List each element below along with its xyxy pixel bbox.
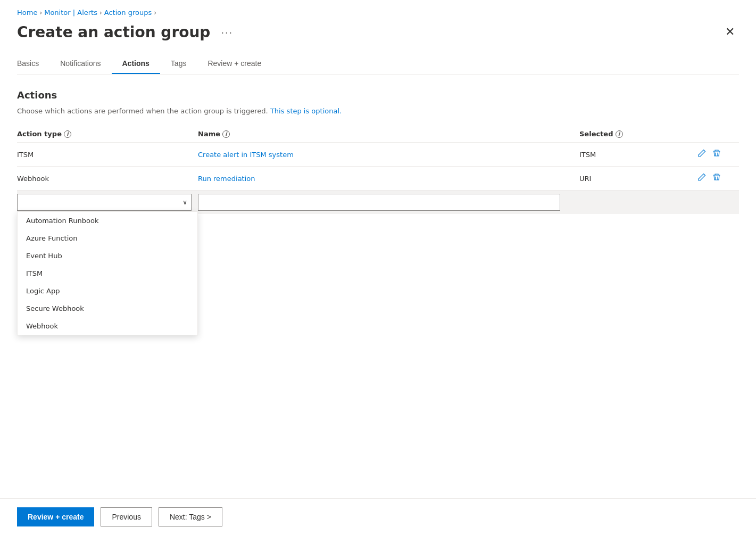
row2-edit-button[interactable]	[696, 172, 707, 185]
table-row: ITSM Create alert in ITSM system ITSM	[17, 143, 739, 167]
breadcrumb-action-groups[interactable]: Action groups	[104, 9, 152, 17]
option-event-hub[interactable]: Event Hub	[18, 247, 197, 265]
option-automation-runbook[interactable]: Automation Runbook	[18, 212, 197, 229]
breadcrumb-sep-1: ›	[39, 9, 42, 17]
tab-basics[interactable]: Basics	[17, 54, 49, 74]
dropdown-popup: Automation Runbook Azure Function Event …	[17, 211, 198, 335]
breadcrumb-sep-3: ›	[154, 9, 156, 17]
footer: Review + create Previous Next: Tags >	[0, 498, 756, 535]
row2-actions	[696, 172, 739, 185]
page-title: Create an action group	[17, 23, 210, 41]
row2-name[interactable]: Run remediation	[198, 175, 579, 183]
col-header-selected: Selected i	[579, 130, 696, 138]
action-type-info-icon[interactable]: i	[64, 130, 71, 138]
optional-link[interactable]: This step is optional.	[270, 107, 342, 115]
option-azure-function[interactable]: Azure Function	[18, 229, 197, 247]
row1-action-type: ITSM	[17, 151, 198, 159]
breadcrumb-monitor[interactable]: Monitor | Alerts	[44, 9, 97, 17]
option-secure-webhook[interactable]: Secure Webhook	[18, 300, 197, 317]
section-title: Actions	[17, 89, 739, 101]
name-input-cell	[198, 194, 579, 211]
option-logic-app[interactable]: Logic App	[18, 282, 197, 300]
selected-info-icon[interactable]: i	[616, 130, 623, 138]
row1-selected: ITSM	[579, 151, 696, 159]
ellipsis-button[interactable]: ···	[217, 24, 237, 40]
row1-name[interactable]: Create alert in ITSM system	[198, 151, 579, 159]
tab-review-create[interactable]: Review + create	[197, 54, 272, 74]
tabs-container: Basics Notifications Actions Tags Review…	[17, 54, 739, 75]
review-create-button[interactable]: Review + create	[17, 507, 94, 526]
row2-delete-button[interactable]	[711, 172, 722, 185]
row1-edit-button[interactable]	[696, 148, 707, 161]
name-input[interactable]	[198, 194, 560, 211]
col-header-action-type: Action type i	[17, 130, 198, 138]
table-header: Action type i Name i Selected i	[17, 126, 739, 143]
tab-actions[interactable]: Actions	[112, 54, 160, 74]
actions-section: Actions Choose which actions are perform…	[17, 89, 739, 214]
header-left: Create an action group ···	[17, 23, 237, 41]
action-type-dropdown-wrapper: ∨ Automation Runbook Azure Function Even…	[17, 194, 198, 211]
name-info-icon[interactable]: i	[222, 130, 230, 138]
header-row: Create an action group ··· ✕	[17, 23, 739, 41]
row2-action-type: Webhook	[17, 175, 198, 183]
breadcrumb-sep-2: ›	[99, 9, 102, 17]
col-header-actions	[696, 130, 739, 138]
breadcrumb-home[interactable]: Home	[17, 9, 37, 17]
close-button[interactable]: ✕	[721, 23, 739, 41]
breadcrumb: Home › Monitor | Alerts › Action groups …	[17, 9, 739, 17]
section-description: Choose which actions are performed when …	[17, 107, 739, 115]
new-action-row: ∨ Automation Runbook Azure Function Even…	[17, 191, 739, 214]
option-itsm[interactable]: ITSM	[18, 265, 197, 282]
option-webhook[interactable]: Webhook	[18, 317, 197, 335]
next-button[interactable]: Next: Tags >	[159, 507, 222, 526]
tab-tags[interactable]: Tags	[160, 54, 197, 74]
table-row: Webhook Run remediation URI	[17, 167, 739, 191]
row2-selected: URI	[579, 175, 696, 183]
action-type-select[interactable]	[17, 194, 192, 211]
row1-actions	[696, 148, 739, 161]
action-type-dropdown-cell: ∨ Automation Runbook Azure Function Even…	[17, 194, 198, 211]
row1-delete-button[interactable]	[711, 148, 722, 161]
tab-notifications[interactable]: Notifications	[49, 54, 111, 74]
col-header-name: Name i	[198, 130, 579, 138]
previous-button[interactable]: Previous	[101, 507, 152, 526]
page-container: Home › Monitor | Alerts › Action groups …	[0, 0, 756, 535]
